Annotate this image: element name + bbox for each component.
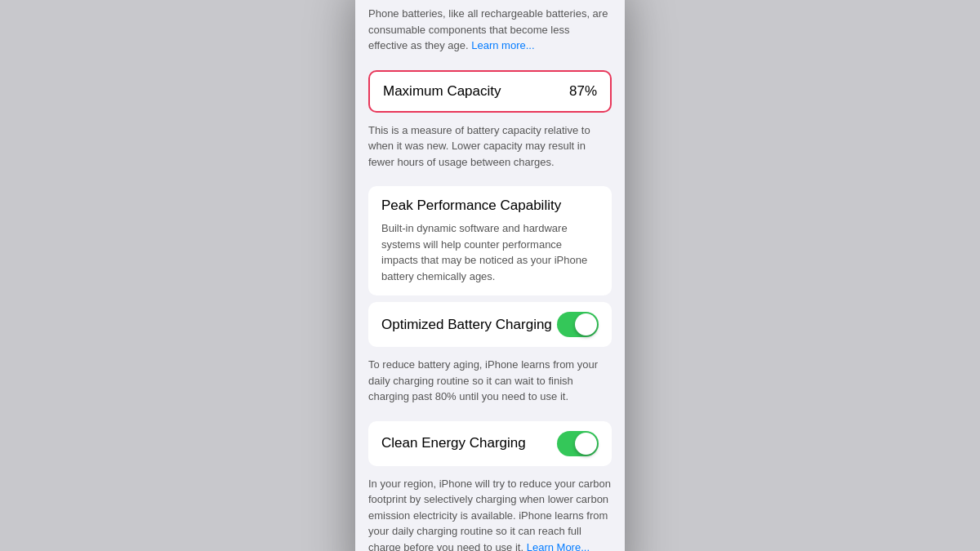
- phone-frame: ‹ Back Battery Health & Charging Phone b…: [355, 0, 625, 551]
- intro-learn-more-link[interactable]: Learn more...: [471, 39, 534, 51]
- peak-performance-description: Built-in dynamic software and hardware s…: [381, 220, 599, 284]
- max-capacity-card: Maximum Capacity 87%: [368, 70, 612, 113]
- optimized-charging-description: To reduce battery aging, iPhone learns f…: [368, 353, 612, 408]
- optimized-charging-toggle[interactable]: [557, 312, 599, 337]
- clean-energy-learn-more-link[interactable]: Learn More...: [527, 541, 590, 552]
- clean-energy-charging-label: Clean Energy Charging: [381, 435, 526, 451]
- peak-performance-title: Peak Performance Capability: [381, 198, 599, 214]
- clean-energy-charging-description: In your region, iPhone will try to reduc…: [368, 473, 612, 552]
- optimized-charging-toggle-thumb: [575, 313, 597, 335]
- peak-performance-card: Peak Performance Capability Built-in dyn…: [368, 186, 612, 295]
- intro-text: Phone batteries, like all rechargeable b…: [368, 2, 612, 57]
- max-capacity-label: Maximum Capacity: [383, 83, 501, 100]
- max-capacity-value: 87%: [569, 83, 597, 100]
- clean-energy-charging-row: Clean Energy Charging: [368, 421, 612, 466]
- capacity-description: This is a measure of battery capacity re…: [368, 119, 612, 174]
- clean-energy-charging-toggle-thumb: [575, 433, 597, 455]
- screen: ‹ Back Battery Health & Charging Phone b…: [355, 0, 625, 551]
- content-area: Phone batteries, like all rechargeable b…: [355, 2, 625, 551]
- optimized-charging-row: Optimized Battery Charging: [368, 302, 612, 347]
- optimized-charging-label: Optimized Battery Charging: [381, 317, 552, 333]
- clean-energy-charging-toggle[interactable]: [557, 431, 599, 456]
